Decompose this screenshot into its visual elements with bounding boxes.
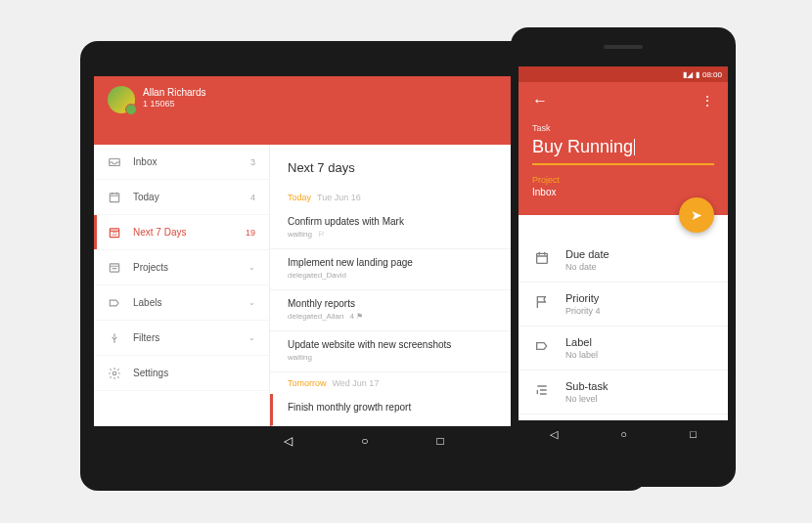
detail-priority[interactable]: Priority Priority 4 [519,283,728,327]
svg-rect-1 [110,193,118,201]
sidebar-item-label: Labels [133,297,248,308]
phone-screen: ▮◢ ▮ 08:00 ← ⋮ Task Buy Running Project … [519,66,728,448]
nav-recent-icon[interactable]: □ [437,434,444,448]
detail-value: No level [565,394,712,404]
detail-label[interactable]: Label No label [519,327,728,370]
sidebar-item-count: 4 [250,193,255,202]
label-icon [108,296,121,310]
sidebar-item-label: Next 7 Days [133,227,246,238]
sidebar-item-count: 3 [250,157,255,167]
section-date: Tue Jun 16 [317,193,361,202]
sidebar-item-label: Inbox [133,156,250,167]
user-name: Allan Richards [143,86,205,99]
task-label: Task [532,123,714,133]
detail-label: Due date [565,248,712,260]
signal-icon: ▮◢ [683,70,693,79]
filter-icon [108,331,121,345]
gear-icon [108,367,121,380]
detail-label: Label [565,336,712,348]
title-underline [532,163,714,165]
subtask-icon [534,382,550,398]
sidebar-item-label: Projects [133,262,248,273]
sidebar-item-filters[interactable]: Filters ⌄ [94,321,269,356]
svg-point-5 [113,371,116,375]
chevron-down-icon: ⌄ [248,298,255,307]
task-title-input[interactable]: Buy Running [532,137,633,157]
chevron-down-icon: ⌄ [248,333,255,342]
inbox-icon [108,155,121,169]
sidebar-item-settings[interactable]: Settings [94,356,269,391]
detail-sub-task[interactable]: Sub-task No level [519,370,728,414]
status-time: 08:00 [702,70,722,79]
sidebar-item-count: 19 [246,228,255,238]
chevron-down-icon: ⌄ [248,263,255,272]
back-icon[interactable]: ← [532,92,548,109]
detail-due-date[interactable]: Due date No date [519,239,728,283]
calendar-icon [108,191,121,204]
calendar-days-icon: 22 [108,226,121,240]
send-icon: ➤ [691,207,702,223]
calendar-icon [534,250,550,266]
phone-speaker [604,45,643,49]
flag-icon: ⚐ [318,230,325,239]
sidebar: Inbox 3 Today 4 22 Next 7 Days 19 Projec… [94,145,270,426]
detail-value: No date [565,262,712,272]
svg-text:22: 22 [112,231,117,236]
nav-back-icon[interactable]: ◁ [550,428,558,441]
sidebar-item-projects[interactable]: Projects ⌄ [94,250,269,285]
project-value[interactable]: Inbox [532,187,714,197]
nav-home-icon[interactable]: ○ [620,428,627,440]
svg-rect-6 [537,253,548,263]
nav-back-icon[interactable]: ◁ [284,434,293,448]
sidebar-item-today[interactable]: Today 4 [94,180,269,215]
section-label: Today [288,193,311,202]
android-nav: ◁ ○ □ [519,420,728,448]
detail-value: Priority 4 [565,306,712,316]
sidebar-item-label: Settings [133,368,255,378]
detail-value: No label [565,350,712,360]
user-info[interactable]: Allan Richards 1 15065 [143,86,205,110]
detail-label: Sub-task [565,380,712,392]
projects-icon [108,261,121,275]
sidebar-item-inbox[interactable]: Inbox 3 [94,145,269,180]
battery-icon: ▮ [696,70,699,79]
section-date: Wed Jun 17 [333,378,380,388]
nav-home-icon[interactable]: ○ [361,434,368,448]
sidebar-item-next-7-days[interactable]: 22 Next 7 Days 19 [94,215,269,250]
flag-icon [534,294,550,310]
phone-frame: ▮◢ ▮ 08:00 ← ⋮ Task Buy Running Project … [511,27,736,487]
project-label: Project [532,175,714,185]
avatar[interactable] [108,86,135,113]
send-fab[interactable]: ➤ [679,197,714,233]
status-bar: ▮◢ ▮ 08:00 [519,66,728,82]
detail-label: Priority [565,292,712,304]
more-icon[interactable]: ⋮ [700,93,714,109]
sidebar-item-label: Today [133,192,250,202]
section-label: Tomorrow [288,378,327,388]
nav-recent-icon[interactable]: □ [690,428,697,440]
sidebar-item-labels[interactable]: Labels ⌄ [94,285,269,321]
sidebar-item-label: Filters [133,332,248,343]
label-icon [534,338,550,354]
user-count: 1 15065 [143,99,205,110]
phone-body: Due date No date Priority Priority 4 Lab… [519,215,728,420]
phone-header: ← ⋮ Task Buy Running Project Inbox ➤ [519,82,728,215]
